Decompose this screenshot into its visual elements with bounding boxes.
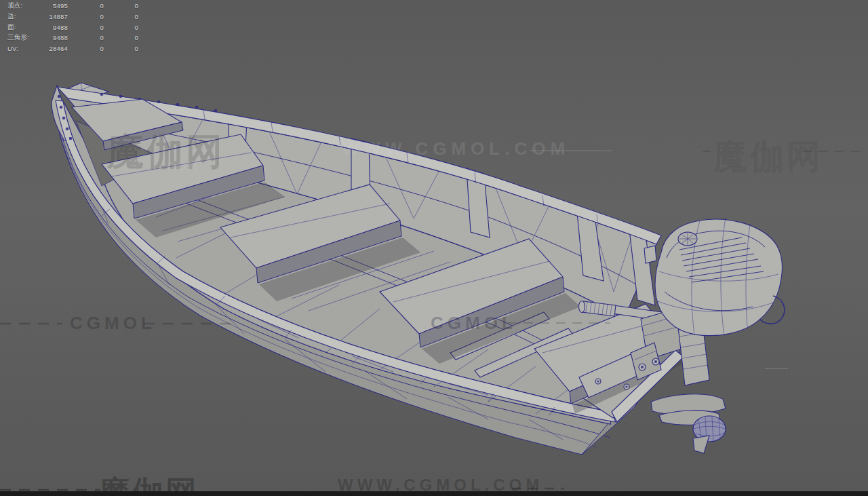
hud-label: 边: <box>5 12 37 21</box>
hud-value: 0 <box>104 2 138 9</box>
hud-row-vertices: 顶点: 5495 0 0 <box>5 1 138 12</box>
hud-value: 0 <box>104 13 138 20</box>
hud-value: 0 <box>68 45 104 52</box>
hud-label: 顶点: <box>5 1 37 10</box>
hud-row-faces: 面: 9488 0 0 <box>5 22 138 33</box>
hud-value: 0 <box>104 24 138 31</box>
hud-label: 三角形: <box>5 33 37 42</box>
hud-value: 0 <box>68 34 104 41</box>
hud-row-edges: 边: 14887 0 0 <box>5 12 138 22</box>
motor-cowling <box>655 219 782 336</box>
hud-value: 14887 <box>37 13 68 20</box>
hud-value: 0 <box>68 13 104 20</box>
hud-row-triangles: 三角形: 9488 0 0 <box>5 33 138 43</box>
hud-value: 0 <box>68 2 104 9</box>
hud-value: 0 <box>104 45 138 52</box>
skeg <box>693 436 709 453</box>
poly-count-hud: 顶点: 5495 0 0 边: 14887 0 0 面: 9488 0 0 三角… <box>5 1 138 54</box>
hud-value: 9488 <box>37 34 68 41</box>
hud-value: 9488 <box>37 24 68 31</box>
hud-value: 0 <box>68 24 104 31</box>
viewport-3d[interactable]: 顶点: 5495 0 0 边: 14887 0 0 面: 9488 0 0 三角… <box>0 0 868 496</box>
hud-row-uv: UV: 28464 0 0 <box>5 43 138 54</box>
hud-value: 28464 <box>37 45 68 52</box>
boat-wireframe-model[interactable] <box>0 0 868 496</box>
hud-value: 0 <box>104 34 138 41</box>
hud-label: 面: <box>5 23 37 32</box>
hud-label: UV: <box>5 45 37 52</box>
hud-value: 5495 <box>37 2 68 9</box>
bottom-bar <box>0 491 868 496</box>
cowling-latch <box>644 246 656 263</box>
